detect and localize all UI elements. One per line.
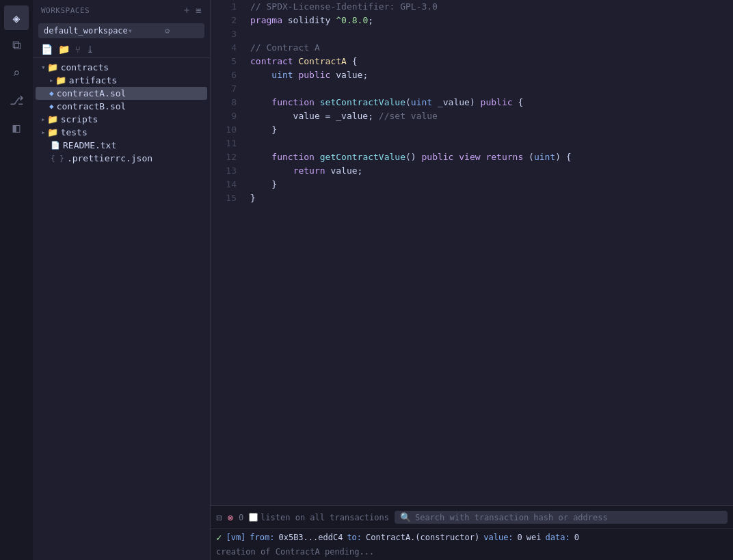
value-num: 0	[518, 533, 522, 542]
listen-checkbox[interactable]	[249, 513, 258, 522]
tree-item-label: tests	[61, 127, 88, 137]
plugin-nav-icon[interactable]: ◧	[4, 115, 29, 139]
sidebar-menu-icon[interactable]: ≡	[196, 5, 202, 16]
code-line-9: value = _value; //set value	[250, 109, 733, 123]
to-value: ContractA.(constructor)	[366, 533, 479, 542]
success-icon: ✓	[216, 532, 222, 543]
search-input-container: 🔍	[395, 511, 728, 524]
workspace-settings-icon[interactable]: ⚙	[165, 26, 199, 36]
code-line-1: // SPDX-License-Identifier: GPL-3.0	[250, 0, 733, 14]
folder-icon: 📁	[55, 75, 66, 85]
tree-item-scripts[interactable]: ▸ 📁 scripts	[36, 113, 207, 126]
bottom-log: ✓ [vm] from: 0x5B3...eddC4 to: ContractA…	[211, 529, 733, 546]
chevron-right-icon: ▸	[49, 76, 54, 85]
tree-item-contractB[interactable]: ◆ contractB.sol	[36, 100, 207, 113]
workspaces-label: WORKSPACES	[41, 6, 90, 15]
line-10: 10	[211, 123, 239, 137]
tree-item-label: scripts	[61, 114, 98, 124]
line-1: 1	[211, 0, 239, 14]
tree-item-prettierrc[interactable]: { } .prettierrc.json	[36, 152, 207, 165]
creation-log: creation of ContractA pending...	[211, 546, 733, 558]
workspace-name: default_workspace	[44, 26, 128, 36]
search-input[interactable]	[415, 513, 722, 522]
line-4: 4	[211, 41, 239, 55]
line-6: 6	[211, 68, 239, 82]
listen-label: listen on all transactions	[261, 513, 389, 522]
data-label: data:	[546, 533, 570, 542]
line-2: 2	[211, 14, 239, 27]
tree-item-label: .prettierrc.json	[67, 153, 152, 163]
new-folder-icon[interactable]: 📁	[58, 44, 70, 55]
code-line-5: contract ContractA {	[250, 55, 733, 68]
creation-text: creation of ContractA pending...	[216, 547, 374, 557]
tree-item-label: contracts	[61, 62, 109, 72]
code-line-6: uint public value;	[250, 68, 733, 82]
line-12: 12	[211, 150, 239, 164]
git-nav-icon[interactable]: ⎇	[4, 88, 29, 112]
add-workspace-icon[interactable]: ＋	[182, 4, 192, 16]
tree-item-label: contractB.sol	[57, 101, 126, 111]
transaction-count: 0	[239, 513, 243, 522]
to-label: to:	[347, 533, 362, 542]
line-7: 7	[211, 82, 239, 96]
clear-icon[interactable]: ⊗	[227, 512, 232, 523]
bottom-toolbar: ⊟ ⊗ 0 listen on all transactions 🔍	[211, 506, 733, 529]
sidebar: WORKSPACES ＋ ≡ default_workspace ▾ ⚙ 📄 📁…	[33, 0, 211, 560]
code-editor[interactable]: 1 2 3 4 5 6 7 8 9 10 11 12 13 14 15 // S…	[211, 0, 733, 505]
load-icon[interactable]: ⤓	[86, 44, 94, 55]
sol-file-icon: ◆	[49, 102, 54, 111]
sol-file-icon: ◆	[49, 89, 54, 98]
code-line-14: }	[250, 178, 733, 191]
line-14: 14	[211, 178, 239, 191]
folder-icon: 📁	[47, 62, 58, 72]
folder-icon: 📁	[47, 127, 58, 137]
line-9: 9	[211, 109, 239, 123]
bottom-panel: ⊟ ⊗ 0 listen on all transactions 🔍 ✓ [vm…	[211, 505, 733, 560]
tree-item-artifacts[interactable]: ▸ 📁 artifacts	[36, 74, 207, 87]
tree-item-contracts[interactable]: ▾ 📁 contracts	[36, 61, 207, 74]
code-line-11	[250, 137, 733, 150]
sidebar-header-actions: ＋ ≡	[182, 4, 202, 16]
chevron-right-icon: ▸	[41, 128, 46, 137]
line-15: 15	[211, 191, 239, 205]
code-line-13: return value;	[250, 164, 733, 178]
tree-item-tests[interactable]: ▸ 📁 tests	[36, 126, 207, 139]
line-13: 13	[211, 164, 239, 178]
code-line-4: // Contract A	[250, 41, 733, 55]
line-8: 8	[211, 96, 239, 109]
workspaces-header: WORKSPACES ＋ ≡	[33, 0, 210, 21]
tree-item-readme[interactable]: 📄 README.txt	[36, 139, 207, 152]
workspace-selector[interactable]: default_workspace ▾ ⚙	[38, 23, 204, 38]
listen-checkbox-container: listen on all transactions	[249, 513, 389, 522]
editor-area: 1 2 3 4 5 6 7 8 9 10 11 12 13 14 15 // S…	[211, 0, 733, 560]
from-label: from:	[250, 533, 274, 542]
search-icon: 🔍	[400, 512, 411, 522]
json-file-icon: { }	[51, 154, 64, 163]
tree-item-contractA[interactable]: ◆ contractA.sol	[36, 87, 207, 100]
github-icon[interactable]: ⑂	[75, 44, 81, 55]
remix-logo-icon[interactable]: ◈	[4, 5, 29, 30]
activity-bar: ◈ ⧉ ⌕ ⎇ ◧	[0, 0, 33, 560]
line-11: 11	[211, 137, 239, 150]
new-file-icon[interactable]: 📄	[41, 44, 53, 55]
workspace-arrow-icon: ▾	[128, 26, 162, 36]
value-label: value:	[483, 533, 513, 542]
file-tree: ▾ 📁 contracts ▸ 📁 artifacts ◆ contractA.…	[33, 61, 210, 560]
line-3: 3	[211, 27, 239, 41]
files-icon[interactable]: ⧉	[4, 33, 29, 57]
folder-icon: 📁	[47, 114, 58, 124]
line-5: 5	[211, 55, 239, 68]
search-nav-icon[interactable]: ⌕	[4, 60, 29, 85]
vm-tag: [vm]	[226, 533, 245, 542]
tree-item-label: README.txt	[63, 140, 116, 150]
code-line-8: function setContractValue(uint _value) p…	[250, 96, 733, 109]
chevron-right-icon: ▸	[41, 115, 46, 124]
tree-item-label: contractA.sol	[57, 88, 126, 98]
code-line-15: }	[250, 191, 733, 205]
code-line-2: pragma solidity ^0.8.0;	[250, 14, 733, 27]
code-line-3	[250, 27, 733, 41]
collapse-icon[interactable]: ⊟	[216, 512, 222, 523]
code-content[interactable]: // SPDX-License-Identifier: GPL-3.0 prag…	[245, 0, 733, 505]
chevron-down-icon: ▾	[41, 63, 46, 72]
line-numbers: 1 2 3 4 5 6 7 8 9 10 11 12 13 14 15	[211, 0, 245, 505]
